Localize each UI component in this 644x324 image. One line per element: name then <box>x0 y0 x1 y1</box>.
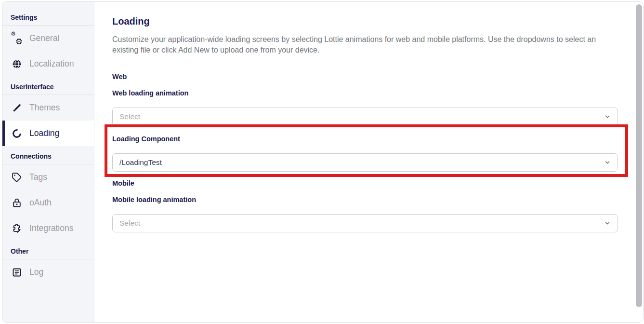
web-section-label: Web <box>112 73 618 81</box>
sidebar-item-label: Localization <box>29 59 74 69</box>
sidebar-item-loading[interactable]: Loading <box>2 121 94 146</box>
mobile-loading-animation-label: Mobile loading animation <box>112 196 618 203</box>
sidebar-section-connections: Connections <box>2 146 94 164</box>
loading-component-label: Loading Component <box>112 135 618 143</box>
sidebar-item-label: General <box>29 33 59 43</box>
settings-window: Settings ⚙ ⚙ General Localization UserIn… <box>2 1 644 323</box>
sidebar-item-label: Integrations <box>29 223 73 233</box>
sidebar-item-general[interactable]: ⚙ ⚙ General <box>2 26 94 51</box>
sidebar-section-userinterface: UserInterface <box>2 77 94 95</box>
loading-component-select[interactable]: /LoadingTest <box>112 153 618 172</box>
vertical-scrollbar[interactable] <box>636 4 642 307</box>
sidebar-item-label: Themes <box>29 103 60 113</box>
select-value: /LoadingTest <box>119 158 162 167</box>
mobile-loading-animation-select[interactable]: Select <box>112 214 618 232</box>
sidebar-item-log[interactable]: Log <box>2 259 94 285</box>
puzzle-icon <box>11 223 23 234</box>
web-loading-animation-label: Web loading animation <box>112 89 618 97</box>
sidebar-item-tags[interactable]: Tags <box>2 164 94 190</box>
sidebar-item-oauth[interactable]: oAuth <box>2 190 94 216</box>
web-loading-animation-select[interactable]: Select <box>112 108 618 126</box>
sidebar-section-settings: Settings <box>2 2 94 26</box>
page-description: Customize your application-wide loading … <box>112 34 618 55</box>
chevron-down-icon <box>604 159 611 166</box>
sidebar-item-integrations[interactable]: Integrations <box>2 216 94 241</box>
chevron-down-icon <box>604 220 611 227</box>
sidebar-item-label: oAuth <box>29 198 52 208</box>
sidebar-item-themes[interactable]: Themes <box>2 95 94 121</box>
paintbrush-icon <box>11 102 23 114</box>
sidebar-item-localization[interactable]: Localization <box>2 51 94 77</box>
select-placeholder: Select <box>119 112 140 121</box>
sidebar-section-other: Other <box>2 241 94 259</box>
gears-icon: ⚙ ⚙ <box>11 33 23 44</box>
settings-sidebar: Settings ⚙ ⚙ General Localization UserIn… <box>2 2 94 322</box>
sidebar-item-label: Log <box>29 267 43 277</box>
select-placeholder: Select <box>119 219 140 228</box>
tag-icon <box>11 172 23 183</box>
mobile-section-label: Mobile <box>112 179 618 187</box>
loading-component-group: Loading Component /LoadingTest <box>112 124 618 177</box>
globe-icon <box>11 58 23 70</box>
chevron-down-icon <box>604 113 611 120</box>
sidebar-item-label: Tags <box>29 172 47 182</box>
spinner-icon <box>11 128 23 139</box>
page-title: Loading <box>112 16 618 27</box>
loading-settings-panel: Loading Customize your application-wide … <box>94 2 643 322</box>
log-icon <box>11 267 23 278</box>
lock-icon <box>11 197 23 209</box>
sidebar-item-label: Loading <box>29 128 59 138</box>
